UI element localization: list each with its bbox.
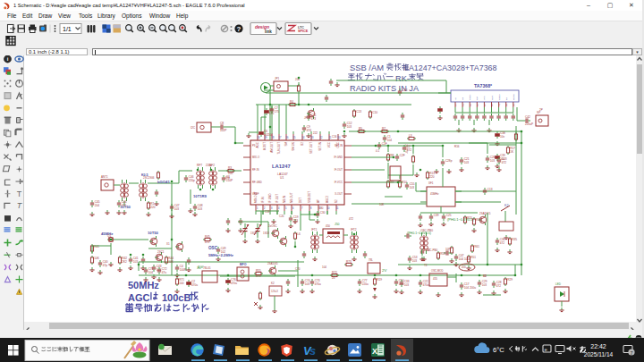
svg-text:SPICE: SPICE [298, 29, 309, 33]
svg-text:SET-IN: SET-IN [335, 144, 343, 147]
svg-text:C28p: C28p [445, 159, 453, 163]
svg-text:e: e [545, 347, 548, 352]
svg-text:RFT: RFT [197, 164, 202, 167]
svg-text:C47: C47 [174, 204, 180, 207]
svg-text:470: 470 [205, 240, 210, 244]
svg-text:472: 472 [122, 204, 127, 207]
svg-text:47p: 47p [225, 176, 230, 180]
svg-text:204: 204 [95, 204, 100, 207]
svg-text:6: 6 [492, 104, 494, 107]
svg-text:78L: 78L [369, 258, 373, 262]
svg-text:5: 5 [285, 206, 287, 210]
svg-text:8: 8 [310, 206, 312, 210]
svg-text:220u: 220u [362, 282, 369, 286]
svg-text:C77: C77 [362, 279, 368, 282]
svg-text:472: 472 [502, 161, 507, 164]
svg-text:45MHz: 45MHz [430, 192, 439, 196]
svg-text:100P: 100P [180, 268, 186, 272]
svg-text:AGC: AGC [128, 292, 150, 303]
svg-text:C9: C9 [307, 125, 310, 129]
svg-text:103: 103 [305, 282, 310, 286]
svg-text:JP1: JP1 [275, 77, 280, 80]
svg-text:TUN-OUT: TUN-OUT [277, 142, 281, 155]
svg-text:C1: C1 [387, 135, 391, 139]
svg-text:T: T [17, 189, 22, 198]
svg-text:Q1: Q1 [107, 234, 111, 238]
svg-text:16: 16 [285, 136, 289, 139]
svg-text:C19: C19 [293, 215, 299, 219]
svg-text:IF-OUT: IF-OUT [335, 168, 343, 172]
svg-text:50MHz: 50MHz [128, 280, 159, 290]
svg-text:104 100u: 104 100u [459, 257, 471, 261]
svg-text:IF-OUT: IF-OUT [275, 194, 279, 203]
svg-text:C4: C4 [180, 265, 183, 268]
svg-text:C16: C16 [332, 135, 337, 139]
svg-text:2025/11/14: 2025/11/14 [584, 351, 614, 358]
svg-text:10K: 10K [94, 257, 100, 260]
svg-text:C30: C30 [320, 211, 326, 215]
svg-text:R45: R45 [205, 235, 210, 239]
svg-text:C45: C45 [95, 200, 100, 204]
svg-text:MIX-O: MIX-O [252, 156, 260, 159]
svg-text:X2: X2 [335, 199, 338, 203]
svg-text:7: 7 [499, 104, 501, 107]
svg-text:LA1247: LA1247 [272, 164, 291, 169]
svg-text:472: 472 [500, 241, 505, 245]
svg-text:47u: 47u [162, 271, 167, 274]
svg-text:C72: C72 [162, 267, 167, 271]
svg-text:ANT1: ANT1 [101, 175, 108, 179]
svg-text:11: 11 [335, 206, 338, 210]
svg-text:1: 1 [455, 104, 457, 107]
svg-text:3: 3 [271, 206, 273, 210]
svg-text:455: 455 [433, 277, 437, 281]
svg-text:10T50: 10T50 [148, 231, 159, 235]
svg-text:U1: U1 [280, 176, 284, 180]
svg-text:R7: R7 [382, 127, 386, 130]
svg-text:R31: R31 [476, 218, 481, 222]
svg-text:R35: R35 [512, 238, 517, 241]
svg-text:C46: C46 [189, 175, 194, 179]
svg-text:IN: IN [454, 97, 457, 100]
svg-text:C8: C8 [220, 122, 224, 125]
svg-text:SM: SM [284, 141, 288, 146]
svg-text:470u: 470u [231, 282, 237, 285]
svg-text:DET: DET [299, 198, 302, 203]
svg-text:1: 1 [257, 206, 258, 210]
svg-text:7: 7 [301, 206, 303, 210]
svg-text:103: 103 [482, 283, 487, 287]
svg-text:BFO: BFO [240, 263, 247, 266]
svg-text:103: 103 [404, 283, 410, 287]
svg-text:C30: C30 [318, 206, 324, 210]
svg-text:470u: 470u [423, 283, 429, 287]
svg-text:C47: C47 [459, 254, 464, 257]
svg-text:220uP: 220uP [525, 122, 533, 126]
svg-text:5: 5 [484, 104, 486, 107]
svg-text:P3: P3 [252, 144, 256, 147]
svg-text:470u: 470u [315, 282, 321, 286]
svg-text:C40: C40 [103, 260, 108, 264]
svg-text:104 200u: 104 200u [464, 286, 477, 290]
svg-text:220p: 220p [189, 179, 195, 182]
svg-text:R53: R53 [440, 252, 445, 256]
svg-text:2SC1906: 2SC1906 [143, 176, 155, 180]
svg-text:LA1247+CA3028+TA7368: LA1247+CA3028+TA7368 [404, 63, 497, 72]
svg-text:C17: C17 [464, 282, 470, 286]
svg-text:NF: NF [462, 97, 464, 100]
svg-text:2SA1045: 2SA1045 [267, 262, 278, 265]
svg-text:SM-OK: SM-OK [292, 142, 295, 151]
svg-text:K2: K2 [271, 282, 275, 285]
svg-text:103: 103 [198, 207, 203, 211]
svg-text:13: 13 [310, 136, 314, 139]
svg-text:C36: C36 [500, 238, 505, 241]
svg-text:AGC: AGC [256, 141, 259, 147]
svg-text:10K: 10K [168, 260, 174, 264]
svg-text:473: 473 [311, 117, 317, 121]
svg-text:223: 223 [293, 219, 299, 223]
svg-text:R73: R73 [346, 260, 352, 264]
svg-text:X: X [372, 347, 377, 356]
svg-text:220p: 220p [206, 164, 212, 167]
svg-text:C53: C53 [412, 256, 418, 259]
svg-text:(PH0.1~0.4V0.5): (PH0.1~0.4V0.5) [407, 232, 431, 235]
svg-text:SET-IN: SET-IN [318, 142, 322, 151]
svg-text:C13: C13 [356, 110, 361, 114]
